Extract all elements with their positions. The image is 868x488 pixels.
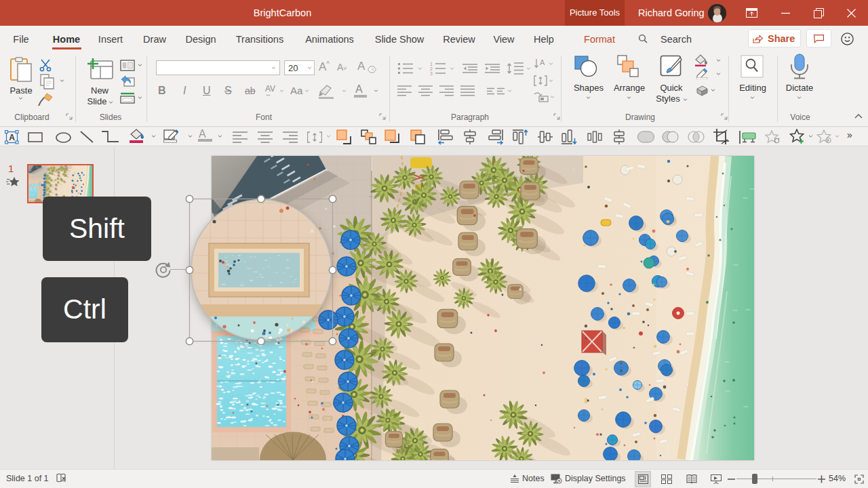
svg-text:A: A bbox=[9, 133, 15, 142]
svg-text:3: 3 bbox=[430, 71, 433, 76]
svg-text:2: 2 bbox=[430, 66, 433, 71]
svg-text:1: 1 bbox=[430, 62, 433, 66]
svg-text:A: A bbox=[540, 58, 545, 66]
